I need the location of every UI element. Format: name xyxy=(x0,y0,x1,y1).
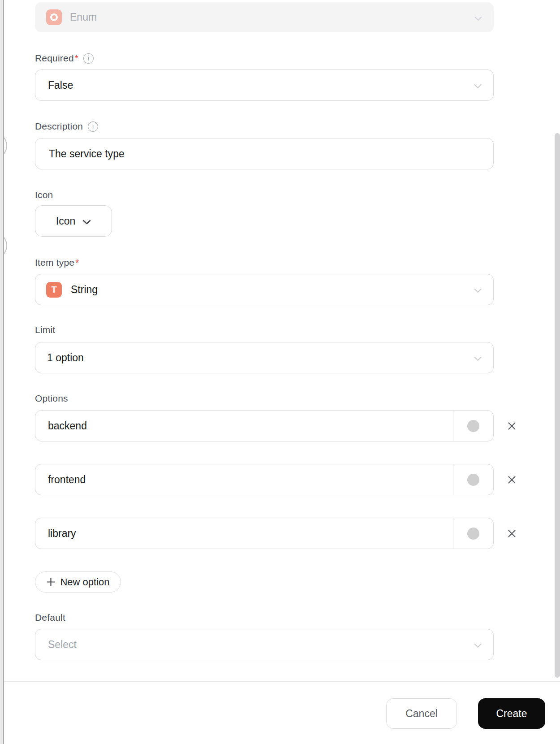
new-option-label: New option xyxy=(60,576,109,588)
remove-option-button[interactable] xyxy=(503,417,521,435)
options-label: Options xyxy=(35,393,68,404)
option-row xyxy=(35,464,494,495)
item-type-asterisk: * xyxy=(75,257,79,268)
enum-icon xyxy=(46,9,62,25)
description-field xyxy=(35,138,494,169)
limit-label: Limit xyxy=(35,324,55,335)
option-row xyxy=(35,518,494,549)
chevron-down-icon xyxy=(82,215,91,227)
description-input[interactable] xyxy=(35,138,493,169)
close-icon xyxy=(507,529,517,538)
color-swatch-icon xyxy=(467,420,479,432)
create-button[interactable]: Create xyxy=(478,698,545,729)
chevron-down-icon xyxy=(474,79,482,91)
new-option-button[interactable]: New option xyxy=(35,571,121,593)
chevron-down-icon xyxy=(474,639,482,651)
required-label: Required xyxy=(35,53,74,64)
info-glyph: i xyxy=(88,55,89,62)
option-value-input[interactable] xyxy=(35,411,453,441)
limit-select[interactable]: 1 option xyxy=(35,342,494,373)
left-edge-strip xyxy=(0,0,3,744)
info-icon[interactable]: i xyxy=(83,53,94,64)
field-type-select: Enum xyxy=(35,2,494,32)
option-row xyxy=(35,410,494,441)
description-label-row: Description i xyxy=(35,120,98,133)
default-label: Default xyxy=(35,612,65,623)
footer-divider xyxy=(0,681,560,682)
icon-label-row: Icon xyxy=(35,188,53,202)
close-icon xyxy=(507,475,517,484)
remove-option-button[interactable] xyxy=(503,524,521,542)
color-swatch-icon xyxy=(467,528,479,540)
enum-ring-glyph xyxy=(50,13,58,21)
close-icon xyxy=(507,421,517,431)
field-type-value: Enum xyxy=(70,11,97,23)
info-glyph: i xyxy=(92,123,94,130)
chevron-down-icon xyxy=(474,11,482,23)
limit-value: 1 option xyxy=(47,352,84,364)
vertical-scrollbar-thumb[interactable] xyxy=(555,133,560,678)
chevron-down-icon xyxy=(474,284,482,296)
required-asterisk: * xyxy=(75,53,78,64)
item-type-label-row: Item type* xyxy=(35,256,79,269)
color-swatch-icon xyxy=(467,474,479,486)
cancel-button[interactable]: Cancel xyxy=(386,698,457,729)
item-type-value: String xyxy=(71,284,98,296)
option-value-input[interactable] xyxy=(35,464,453,495)
required-label-row: Required* i xyxy=(35,52,94,65)
string-type-letter: T xyxy=(51,285,56,295)
string-type-icon: T xyxy=(46,282,62,298)
default-label-row: Default xyxy=(35,611,65,624)
item-type-label: Item type xyxy=(35,257,74,268)
icon-label: Icon xyxy=(35,190,53,200)
plus-icon xyxy=(46,577,56,587)
chevron-down-icon xyxy=(474,352,482,364)
required-value: False xyxy=(48,79,73,91)
option-color-picker[interactable] xyxy=(453,518,493,549)
options-label-row: Options xyxy=(35,392,68,405)
default-select[interactable]: Select xyxy=(35,629,494,660)
option-color-picker[interactable] xyxy=(453,411,493,441)
option-input-group xyxy=(35,464,494,495)
info-icon[interactable]: i xyxy=(88,121,98,132)
option-color-picker[interactable] xyxy=(453,464,493,495)
icon-picker-button[interactable]: Icon xyxy=(35,205,112,237)
default-placeholder: Select xyxy=(48,639,77,651)
item-type-select[interactable]: T String xyxy=(35,274,494,305)
icon-picker-label: Icon xyxy=(56,215,75,227)
description-label: Description xyxy=(35,121,83,132)
left-edge-border xyxy=(3,0,4,744)
option-input-group xyxy=(35,410,494,441)
limit-label-row: Limit xyxy=(35,323,55,337)
create-field-dialog: Enum Required* i False Description i Ico… xyxy=(0,0,560,744)
option-input-group xyxy=(35,518,494,549)
required-select[interactable]: False xyxy=(35,69,494,101)
remove-option-button[interactable] xyxy=(503,471,521,489)
option-value-input[interactable] xyxy=(35,518,453,549)
